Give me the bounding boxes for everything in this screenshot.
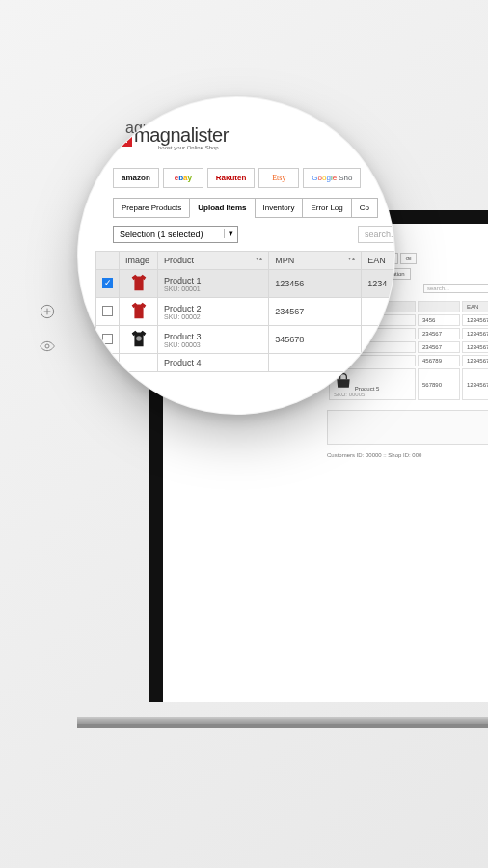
tab-configuration[interactable]: Co xyxy=(351,198,378,218)
svg-point-3 xyxy=(45,344,49,348)
col-ean[interactable]: EAN xyxy=(362,252,395,270)
products-table: Image Product▾ ▴ MPN▾ ▴ EAN Product 1SKU… xyxy=(95,251,395,372)
row-checkbox[interactable] xyxy=(102,334,113,344)
bg-col-ean: EAN ▾▴ xyxy=(462,301,488,312)
magnifier-lens: magnalister ...boost your Online Shop am… xyxy=(77,96,395,415)
col-product[interactable]: Product▾ ▴ xyxy=(158,252,269,270)
table-row[interactable]: Product 1SKU: 00001 123456 1234 xyxy=(96,270,396,298)
bg-content-box xyxy=(327,410,488,445)
laptop-base xyxy=(77,717,488,724)
marketplace-etsy[interactable]: Etsy xyxy=(258,168,299,188)
col-checkbox xyxy=(96,252,120,270)
tshirt-icon xyxy=(128,328,149,351)
add-icon[interactable] xyxy=(39,303,56,320)
svg-point-4 xyxy=(136,336,142,341)
bg-search-input: search... xyxy=(423,284,488,293)
selection-dropdown[interactable]: Selection (1 selected) xyxy=(113,226,238,243)
row-checkbox[interactable] xyxy=(102,278,113,288)
marketplace-google[interactable]: GoogleSho xyxy=(303,168,361,188)
marketplace-ebay[interactable]: ebay xyxy=(163,168,203,188)
col-image[interactable]: Image xyxy=(120,252,158,270)
table-row[interactable]: Product 2SKU: 00002 234567 xyxy=(96,298,396,326)
tab-prepare-products[interactable]: Prepare Products xyxy=(113,198,190,218)
search-input[interactable]: search... xyxy=(358,226,395,243)
brand-logo: magnalister xyxy=(113,124,395,147)
brand-name: magnalister xyxy=(134,124,229,147)
marketplace-amazon[interactable]: amazon xyxy=(113,168,159,188)
bg-col-sort xyxy=(418,301,460,312)
eye-icon[interactable] xyxy=(39,338,56,355)
bg-market-gi: GI xyxy=(400,253,416,264)
bg-footer: Customers ID: 00000 :: Shop ID: 000 xyxy=(327,452,488,458)
tshirt-icon xyxy=(128,300,149,323)
brand-tagline: ...boost your Online Shop xyxy=(153,145,395,150)
col-mpn[interactable]: MPN▾ ▴ xyxy=(269,252,362,270)
tab-inventory[interactable]: Inventory xyxy=(255,198,304,218)
tab-error-log[interactable]: Error Log xyxy=(302,198,351,218)
marketplace-rakuten[interactable]: Rakuten xyxy=(207,168,256,188)
tshirt-icon xyxy=(128,272,149,295)
row-checkbox[interactable] xyxy=(102,306,113,316)
table-row[interactable]: Product 3SKU: 00003 345678 xyxy=(96,326,396,354)
tab-upload-items[interactable]: Upload Items xyxy=(189,198,255,218)
